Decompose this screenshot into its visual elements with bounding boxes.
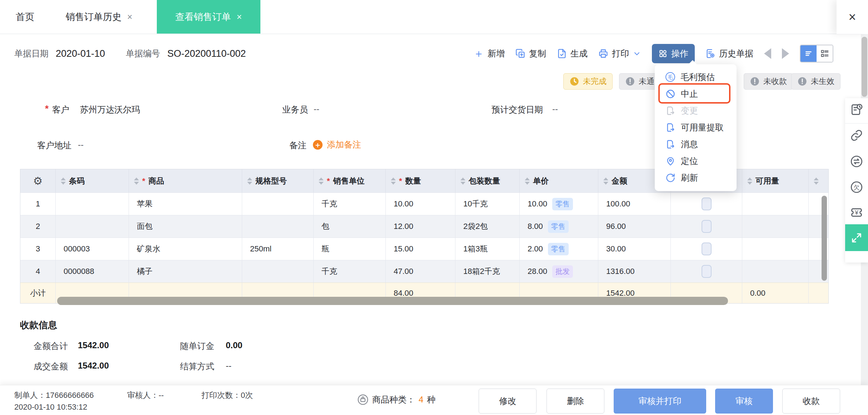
- row-checkbox[interactable]: [702, 198, 712, 210]
- delete-button[interactable]: 删除: [547, 389, 604, 414]
- cell-price: 2.00零售: [520, 238, 598, 260]
- copy-button[interactable]: 复制: [515, 48, 546, 59]
- menu-item-profit-estimate[interactable]: 毛 毛利预估: [655, 69, 737, 85]
- profit-icon: 毛: [665, 72, 675, 82]
- header-pack-qty[interactable]: 包装数量: [455, 169, 520, 192]
- category-count: 4: [419, 395, 423, 405]
- column-settings-cell[interactable]: ⚙: [20, 169, 56, 192]
- sort-icon[interactable]: [391, 178, 396, 185]
- window-close-button[interactable]: ×: [837, 0, 868, 34]
- price-type-tag[interactable]: 零售: [552, 198, 573, 210]
- receive-payment-button[interactable]: 收款: [782, 389, 840, 414]
- tab-label: 销售订单历史: [66, 11, 121, 23]
- row-checkbox[interactable]: [702, 265, 712, 278]
- sort-icon[interactable]: [247, 178, 252, 185]
- prev-doc-arrow[interactable]: [764, 48, 771, 59]
- fullscreen-expand-button[interactable]: [845, 224, 868, 251]
- cell-qty: 10.00: [386, 192, 455, 215]
- actions-dropdown-button[interactable]: 操作: [652, 44, 695, 63]
- vertical-scrollbar[interactable]: [822, 196, 827, 281]
- price-type-tag[interactable]: 批发: [552, 265, 573, 278]
- row-checkbox[interactable]: [702, 242, 712, 255]
- status-badge-ineffective: 未生效: [791, 73, 840, 90]
- amount-total-label: 金额合计: [34, 340, 68, 352]
- menu-label: 毛利预估: [680, 71, 715, 83]
- cell-barcode: 000003: [56, 238, 129, 260]
- cell-select: [671, 192, 742, 215]
- cell-available: [742, 260, 809, 282]
- sort-icon[interactable]: [603, 178, 608, 185]
- cell-qty: 15.00: [386, 238, 455, 260]
- transfer-icon[interactable]: [850, 155, 863, 168]
- cell-price: 28.00批发: [520, 260, 598, 282]
- tab-close-icon[interactable]: ×: [237, 12, 242, 22]
- chevron-down-icon[interactable]: [633, 49, 641, 58]
- generate-label: 生成: [570, 48, 588, 59]
- tab-view-sales-order[interactable]: 查看销售订单 ×: [157, 0, 261, 34]
- sort-icon[interactable]: [814, 178, 819, 185]
- menu-item-abort[interactable]: 中止: [655, 85, 737, 102]
- cell-price: 10.00零售: [520, 192, 598, 215]
- modify-button[interactable]: 修改: [479, 389, 537, 414]
- exclamation-icon: [750, 76, 760, 86]
- deal-amount-label: 成交金额: [34, 361, 68, 372]
- menu-label: 中止: [681, 88, 698, 100]
- cell-product: 矿泉水: [129, 238, 242, 260]
- page-scrollbar-thumb[interactable]: [862, 37, 867, 97]
- cell-barcode: [56, 215, 129, 238]
- sort-icon[interactable]: [134, 178, 139, 185]
- sort-icon[interactable]: [747, 178, 752, 185]
- card-view-button[interactable]: [817, 45, 833, 62]
- audit-and-print-button[interactable]: 审核并打印: [614, 389, 706, 414]
- list-view-button[interactable]: [800, 45, 817, 62]
- audit-button[interactable]: 审核: [715, 389, 773, 414]
- debt-icon[interactable]: 欠: [850, 180, 863, 194]
- stop-icon: [665, 89, 675, 99]
- header-spec[interactable]: 规格型号: [242, 169, 314, 192]
- cell-pack-qty: 2袋2包: [455, 215, 520, 238]
- next-doc-arrow[interactable]: [782, 48, 789, 59]
- customer-value[interactable]: 苏州万达沃尔玛: [80, 104, 140, 115]
- cell-qty: 47.00: [386, 260, 455, 282]
- table-row[interactable]: 40000088橘子千克47.0018箱2千克28.00批发1316.00: [20, 260, 828, 282]
- add-button[interactable]: ＋ 新增: [473, 48, 505, 59]
- header-qty[interactable]: *数量: [386, 169, 455, 192]
- menu-item-locate[interactable]: 定位: [655, 152, 737, 169]
- print-button[interactable]: 打印: [598, 48, 641, 59]
- header-price[interactable]: 单价: [520, 169, 598, 192]
- add-remark-button[interactable]: ＋ 添加备注: [313, 139, 361, 150]
- header-available[interactable]: 可用量: [742, 169, 809, 192]
- status-badges: 未完成 未通知 未收款 未生效: [0, 73, 868, 90]
- money-voucher-icon[interactable]: ¥: [850, 206, 863, 219]
- link-icon[interactable]: [850, 129, 863, 142]
- price-type-tag[interactable]: 零售: [548, 243, 569, 255]
- sort-icon[interactable]: [319, 178, 324, 185]
- header-product[interactable]: *商品: [129, 169, 242, 192]
- doc-history-log-icon[interactable]: [850, 103, 863, 116]
- menu-item-available-extract[interactable]: 可用量提取: [655, 119, 737, 136]
- row-checkbox[interactable]: [702, 220, 712, 233]
- horizontal-scrollbar[interactable]: [57, 297, 728, 305]
- settlement-label: 结算方式: [180, 361, 214, 372]
- header-unit[interactable]: *销售单位: [314, 169, 386, 192]
- tab-close-icon[interactable]: ×: [127, 12, 133, 22]
- header-barcode[interactable]: 条码: [56, 169, 129, 192]
- table-row[interactable]: 2面包包12.002袋2包8.00零售96.00: [20, 215, 828, 238]
- generate-button[interactable]: 生成: [557, 48, 588, 59]
- table-row[interactable]: 1苹果千克10.0010千克10.00零售100.00: [20, 192, 828, 215]
- sort-icon[interactable]: [525, 178, 530, 185]
- tab-sales-order-history[interactable]: 销售订单历史 ×: [50, 0, 148, 34]
- history-docs-button[interactable]: 历史单据: [705, 48, 753, 59]
- menu-item-message[interactable]: 消息: [655, 136, 737, 152]
- tab-home[interactable]: 首页: [0, 0, 50, 34]
- header-partial[interactable]: [809, 169, 828, 192]
- sort-icon[interactable]: [61, 178, 66, 185]
- badge-label: 未收款: [763, 76, 787, 87]
- sort-icon[interactable]: [460, 178, 465, 185]
- table-row[interactable]: 3000003矿泉水250ml瓶15.001箱3瓶2.00零售30.00: [20, 238, 828, 260]
- price-type-tag[interactable]: 零售: [548, 220, 569, 233]
- menu-item-refresh[interactable]: 刷新: [655, 169, 737, 186]
- salesman-label: 业务员: [282, 104, 308, 115]
- location-pin-icon: [665, 156, 675, 166]
- status-badge-unpaid: 未收款: [744, 73, 793, 90]
